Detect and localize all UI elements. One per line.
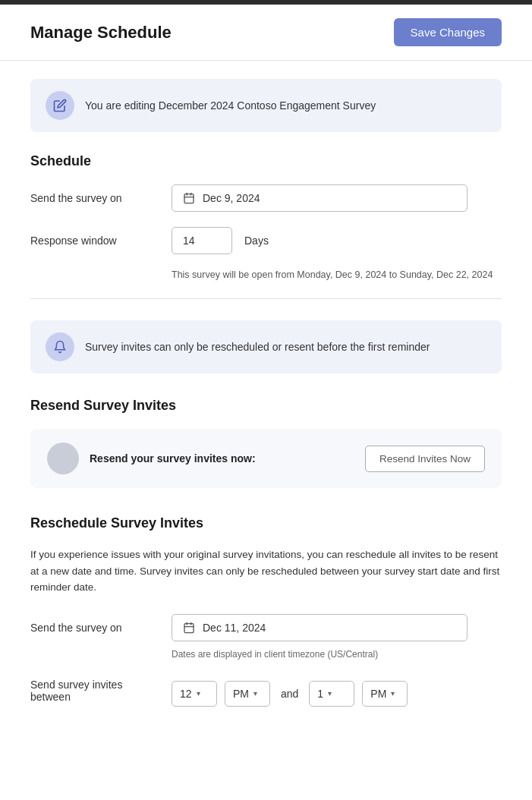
alert-banner-text: Survey invites can only be rescheduled o… (85, 341, 430, 353)
reschedule-date-input[interactable]: Dec 11, 2024 (172, 614, 467, 641)
reschedule-section-title: Reschedule Survey Invites (30, 515, 502, 531)
pencil-icon-wrapper (46, 91, 74, 120)
and-label: and (278, 688, 301, 700)
editing-banner: You are editing December 2024 Contoso En… (30, 79, 502, 132)
header: Manage Schedule Save Changes (0, 5, 532, 61)
resend-avatar (47, 443, 79, 474)
time-row: 12 ▾ PM ▾ and 1 ▾ PM ▾ (172, 681, 408, 707)
save-button[interactable]: Save Changes (394, 18, 502, 46)
timezone-note: Dates are displayed in client timezone (… (172, 649, 502, 660)
editing-banner-text: You are editing December 2024 Contoso En… (85, 99, 376, 112)
svg-rect-4 (184, 623, 194, 632)
main-content: You are editing December 2024 Contoso En… (0, 61, 532, 740)
schedule-section-title: Schedule (30, 153, 502, 169)
bell-icon-wrapper (46, 332, 74, 361)
reschedule-date-value: Dec 11, 2024 (203, 622, 266, 634)
send-survey-label: Send the survey on (30, 192, 159, 204)
alert-banner: Survey invites can only be rescheduled o… (30, 320, 502, 373)
start-hour-chevron-icon: ▾ (197, 689, 200, 698)
send-survey-row: Send the survey on Dec 9, 2024 (30, 184, 502, 212)
start-period-value: PM (233, 688, 249, 700)
resend-card-left: Resend your survey invites now: (47, 443, 256, 474)
send-between-row: Send survey invites between 12 ▾ PM ▾ an… (30, 675, 502, 707)
resend-invites-now-button[interactable]: Resend Invites Now (365, 446, 485, 472)
calendar-icon (183, 192, 195, 204)
pencil-icon (53, 99, 67, 112)
end-hour-chevron-icon: ▾ (328, 689, 332, 698)
divider-1 (30, 298, 502, 299)
days-label: Days (244, 235, 269, 247)
reschedule-section: Reschedule Survey Invites If you experie… (30, 515, 502, 707)
svg-rect-0 (184, 194, 194, 203)
resend-section-title: Resend Survey Invites (30, 398, 502, 414)
end-period-value: PM (370, 688, 386, 700)
send-survey-date-value: Dec 9, 2024 (203, 192, 260, 204)
response-window-row: Response window Days (30, 227, 502, 254)
resend-card: Resend your survey invites now: Resend I… (30, 429, 502, 488)
start-period-chevron-icon: ▾ (253, 689, 257, 698)
reschedule-calendar-icon (183, 622, 195, 634)
end-period-chevron-icon: ▾ (391, 689, 395, 698)
send-between-label: Send survey invites between (30, 679, 159, 703)
response-window-label: Response window (30, 235, 159, 247)
bell-icon (53, 340, 67, 354)
end-hour-select[interactable]: 1 ▾ (309, 681, 354, 707)
resend-card-label: Resend your survey invites now: (90, 452, 256, 465)
end-hour-value: 1 (317, 688, 323, 700)
reschedule-description: If you experience issues with your origi… (30, 546, 502, 596)
page-title: Manage Schedule (30, 23, 172, 43)
response-window-input[interactable] (172, 227, 232, 254)
send-survey-date-input[interactable]: Dec 9, 2024 (172, 184, 467, 212)
reschedule-send-survey-row: Send the survey on Dec 11, 2024 (30, 614, 502, 641)
open-dates-text: This survey will be open from Monday, De… (172, 269, 502, 280)
start-hour-value: 12 (180, 688, 192, 700)
end-period-select[interactable]: PM ▾ (362, 681, 408, 707)
reschedule-send-survey-label: Send the survey on (30, 622, 159, 634)
start-period-select[interactable]: PM ▾ (225, 681, 270, 707)
start-hour-select[interactable]: 12 ▾ (172, 681, 217, 707)
